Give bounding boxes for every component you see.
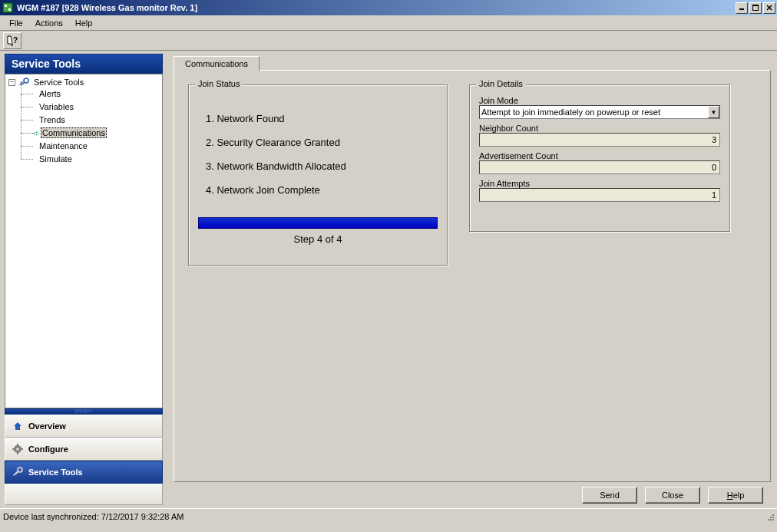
tree-item-communications[interactable]: ➪Communications bbox=[19, 127, 159, 139]
tab-communications[interactable]: Communications bbox=[174, 56, 260, 71]
advertisement-count-label: Advertisement Count bbox=[479, 151, 720, 160]
tree-item-alerts[interactable]: Alerts bbox=[19, 88, 159, 100]
neighbor-count-label: Neighbor Count bbox=[479, 124, 720, 133]
join-mode-value: Attempt to join immediately on powerup o… bbox=[481, 107, 660, 117]
app-icon bbox=[2, 2, 14, 14]
tree-panel: − Service Tools Alerts Variables Trends … bbox=[5, 74, 163, 408]
nav-blank bbox=[5, 484, 163, 505]
send-button[interactable]: Send bbox=[582, 487, 637, 504]
close-button[interactable] bbox=[763, 2, 775, 14]
menu-actions[interactable]: Actions bbox=[29, 17, 69, 29]
nav-overview[interactable]: Overview bbox=[5, 415, 163, 438]
collapse-icon[interactable]: − bbox=[8, 79, 15, 86]
svg-rect-21 bbox=[770, 519, 772, 520]
tree-item-trends[interactable]: Trends bbox=[19, 114, 159, 126]
button-row: Send Close Help bbox=[174, 482, 771, 504]
join-mode-label: Join Mode bbox=[479, 96, 720, 105]
svg-rect-11 bbox=[17, 427, 18, 430]
nav-service-tools[interactable]: Service Tools bbox=[5, 461, 163, 484]
progress-bar bbox=[198, 217, 438, 229]
toolbar: ? bbox=[0, 31, 777, 51]
resize-grip-icon[interactable] bbox=[765, 511, 775, 522]
tools-icon bbox=[12, 466, 24, 478]
svg-rect-22 bbox=[772, 517, 774, 518]
maximize-button[interactable] bbox=[749, 2, 762, 14]
minimize-button[interactable] bbox=[736, 2, 748, 14]
join-details-legend: Join Details bbox=[476, 79, 526, 88]
svg-rect-24 bbox=[770, 517, 772, 518]
status-step-2: 2. Security Clearance Granted bbox=[206, 137, 435, 148]
svg-rect-0 bbox=[3, 3, 12, 12]
svg-rect-25 bbox=[772, 514, 774, 516]
content-area: Communications Join Status 1. Network Fo… bbox=[167, 51, 777, 508]
join-attempts-label: Join Attempts bbox=[479, 179, 720, 188]
join-attempts-field: 1 bbox=[479, 188, 720, 202]
tree-item-simulate[interactable]: Simulate bbox=[19, 153, 159, 165]
svg-rect-1 bbox=[5, 5, 7, 7]
menu-file[interactable]: File bbox=[3, 17, 29, 29]
gear-icon bbox=[12, 443, 24, 455]
nav-configure-label: Configure bbox=[28, 444, 68, 454]
tree-item-variables[interactable]: Variables bbox=[19, 101, 159, 113]
statusbar: Device last synchronized: 7/12/2017 9:32… bbox=[0, 508, 777, 524]
join-details-group: Join Details Join Mode Attempt to join i… bbox=[469, 84, 730, 232]
status-step-1: 1. Network Found bbox=[206, 113, 435, 124]
svg-rect-20 bbox=[772, 519, 774, 520]
tab-body: Join Status 1. Network Found 2. Security… bbox=[174, 70, 771, 482]
advertisement-count-field: 0 bbox=[479, 160, 720, 174]
sidebar-header: Service Tools bbox=[5, 54, 163, 74]
status-step-4: 4. Network Join Complete bbox=[206, 184, 435, 196]
chevron-down-icon: ▼ bbox=[708, 106, 719, 118]
nav-overview-label: Overview bbox=[28, 421, 66, 431]
progress-label: Step 4 of 4 bbox=[198, 233, 438, 245]
status-step-3: 3. Network Bandwidth Allocated bbox=[206, 160, 435, 172]
tree-root[interactable]: − Service Tools bbox=[8, 78, 159, 87]
window-title: WGM #187 [928 Wireless Gas monitor Rev. … bbox=[17, 3, 734, 12]
svg-text:?: ? bbox=[13, 36, 18, 45]
svg-point-13 bbox=[16, 448, 19, 451]
menubar: File Actions Help bbox=[0, 15, 777, 31]
help-button[interactable]: Help bbox=[708, 487, 763, 504]
home-icon bbox=[12, 420, 24, 432]
sidebar-splitter[interactable] bbox=[5, 408, 163, 415]
statusbar-text: Device last synchronized: 7/12/2017 9:32… bbox=[3, 512, 184, 521]
window-titlebar: WGM #187 [928 Wireless Gas monitor Rev. … bbox=[0, 0, 777, 15]
sidebar: Service Tools − Service Tools Alerts Var… bbox=[0, 51, 167, 508]
join-status-legend: Join Status bbox=[195, 79, 243, 88]
join-status-group: Join Status 1. Network Found 2. Security… bbox=[188, 84, 448, 266]
nav-configure[interactable]: Configure bbox=[5, 438, 163, 461]
context-help-button[interactable]: ? bbox=[3, 32, 21, 49]
neighbor-count-field: 3 bbox=[479, 133, 720, 147]
svg-rect-2 bbox=[8, 8, 11, 11]
tree-item-maintenance[interactable]: Maintenance bbox=[19, 140, 159, 152]
tree-root-label: Service Tools bbox=[32, 78, 85, 87]
svg-rect-23 bbox=[768, 519, 769, 520]
join-mode-select[interactable]: Attempt to join immediately on powerup o… bbox=[479, 105, 720, 119]
nav-service-tools-label: Service Tools bbox=[28, 468, 83, 477]
close-button-footer[interactable]: Close bbox=[645, 487, 700, 504]
menu-help[interactable]: Help bbox=[69, 17, 99, 29]
